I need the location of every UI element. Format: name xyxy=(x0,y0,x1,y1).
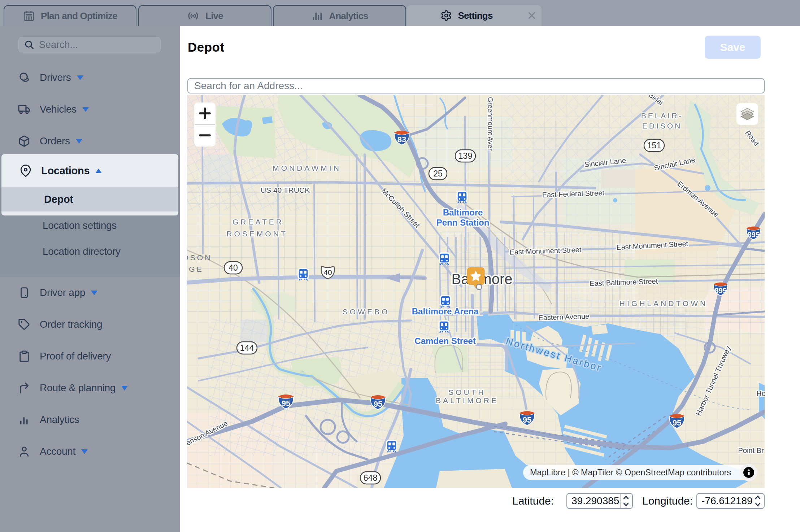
svg-text:BALTIMORE: BALTIMORE xyxy=(436,396,499,405)
svg-text:DSON: DSON xyxy=(187,253,212,262)
svg-text:40: 40 xyxy=(323,268,332,276)
svg-text:Camden Street: Camden Street xyxy=(414,336,475,346)
svg-text:EDISON: EDISON xyxy=(642,122,682,130)
svg-text:40: 40 xyxy=(229,263,238,272)
svg-text:Baltimore: Baltimore xyxy=(443,208,483,217)
svg-text:Greenmount Aver: Greenmount Aver xyxy=(487,97,494,151)
svg-text:83: 83 xyxy=(397,135,406,144)
svg-text:ROSEMONT: ROSEMONT xyxy=(226,230,287,238)
svg-text:Baltimore Arena: Baltimore Arena xyxy=(412,306,479,316)
svg-text:BELAIR-: BELAIR- xyxy=(641,112,683,120)
svg-text:95: 95 xyxy=(374,400,382,409)
svg-text:95: 95 xyxy=(282,399,290,408)
svg-text:Point Br: Point Br xyxy=(738,446,764,454)
svg-text:895: 895 xyxy=(714,287,727,295)
svg-text:151: 151 xyxy=(647,141,661,150)
svg-text:144: 144 xyxy=(240,343,254,353)
svg-text:SOWEBO: SOWEBO xyxy=(343,308,390,316)
svg-text:25: 25 xyxy=(433,169,443,178)
svg-text:MapLibre | © MapTiler © OpenSt: MapLibre | © MapTiler © OpenStreetMap co… xyxy=(530,468,731,477)
svg-text:95: 95 xyxy=(673,418,681,427)
svg-text:MONDAWMIN: MONDAWMIN xyxy=(273,164,341,172)
svg-text:Penn Station: Penn Station xyxy=(436,218,490,227)
svg-text:Ho: Ho xyxy=(756,389,765,397)
svg-text:HIGHLANDTOWN: HIGHLANDTOWN xyxy=(619,299,708,308)
svg-text:US 40 TRUCK: US 40 TRUCK xyxy=(261,186,310,194)
svg-text:648: 648 xyxy=(364,473,377,483)
svg-text:SOUTH: SOUTH xyxy=(448,388,486,396)
svg-text:95: 95 xyxy=(523,415,531,424)
svg-text:GREATER: GREATER xyxy=(232,218,284,226)
svg-text:AGE: AGE xyxy=(187,265,204,273)
svg-text:895: 895 xyxy=(747,231,760,239)
svg-text:139: 139 xyxy=(458,151,472,161)
